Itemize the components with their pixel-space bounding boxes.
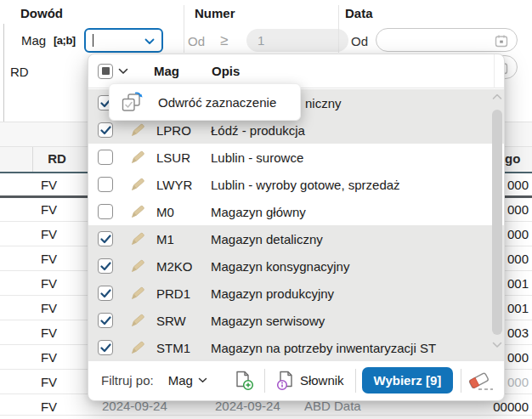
warehouse-description: Magazyn główny: [211, 205, 306, 219]
pencil-icon: [130, 340, 145, 355]
warehouse-list: nicznyLPROŁódź - produkcjaLSURLublin - s…: [88, 89, 504, 361]
section-divider: [184, 5, 184, 53]
scroll-up-icon[interactable]: [492, 93, 502, 100]
pencil-icon: [130, 177, 145, 192]
warehouse-description: Magazyn produkcyjny: [211, 286, 334, 301]
section-title-dowod: Dowód: [20, 6, 63, 20]
pencil-icon: [130, 150, 145, 165]
mag-combobox[interactable]: [84, 28, 163, 53]
list-item[interactable]: STM1Magazyn na potrzeby inwentaryzacji S…: [88, 334, 504, 361]
section-divider: [338, 5, 339, 53]
dictionary-button[interactable]: Słownik: [300, 373, 344, 388]
warehouse-code: LPRO: [156, 123, 201, 138]
list-item[interactable]: SRWMagazyn serwisowy: [88, 307, 504, 334]
select-button[interactable]: Wybierz [9]: [362, 367, 454, 394]
list-item[interactable]: M2KOMagazyn konsygnacyjny: [88, 252, 504, 280]
filter-by-chevron-icon[interactable]: [198, 377, 207, 383]
numer-od-input[interactable]: 1: [246, 29, 348, 52]
list-item[interactable]: LSURLublin - surowce: [88, 144, 504, 171]
warehouse-description: Lublin - surowce: [211, 150, 303, 165]
row-checkbox[interactable]: [98, 313, 113, 328]
select-all-checkbox[interactable]: [98, 64, 113, 79]
warehouse-description: Lublin - wyroby gotowe, sprzedaż: [211, 178, 400, 192]
invert-selection-label[interactable]: Odwróć zaznaczenie: [158, 95, 276, 110]
mag-filter-label: Mag: [21, 33, 46, 48]
row-checkbox[interactable]: [98, 258, 113, 274]
warehouse-description: niczny: [305, 96, 342, 110]
warehouse-code: M2KO: [156, 259, 201, 274]
warehouse-description: Magazyn konsygnacyjny: [211, 259, 349, 274]
warehouse-code: LWYR: [156, 178, 201, 192]
text-pattern-filter-icon[interactable]: [a;b]: [54, 34, 76, 47]
row-checkbox[interactable]: [98, 340, 113, 355]
scroll-down-icon[interactable]: [492, 342, 502, 348]
list-item[interactable]: LWYRLublin - wyroby gotowe, sprzedaż: [88, 171, 504, 198]
list-item[interactable]: M1Magazyn detaliczny: [88, 225, 504, 252]
eraser-icon[interactable]: [467, 370, 495, 392]
pencil-icon: [130, 313, 145, 328]
data-od-input[interactable]: [376, 28, 518, 52]
calendar-icon[interactable]: [494, 33, 509, 48]
pencil-icon: [130, 286, 145, 301]
section-title-numer: Numer: [195, 6, 235, 20]
filter-by-value[interactable]: Mag: [168, 373, 193, 388]
warehouse-description: Łódź - produkcja: [211, 123, 305, 138]
pencil-icon: [130, 122, 145, 138]
pencil-icon: [130, 258, 145, 274]
gte-operator-icon[interactable]: ≥: [220, 32, 228, 49]
row-checkbox[interactable]: [98, 286, 113, 301]
popup-col-opis[interactable]: Opis: [212, 64, 240, 78]
pencil-icon: [130, 204, 145, 219]
warehouse-description: Magazyn serwisowy: [211, 314, 325, 328]
list-item[interactable]: PRD1Magazyn produkcyjny: [88, 280, 504, 307]
rd-filter-label: RD: [10, 65, 29, 79]
scrollbar-thumb[interactable]: [492, 110, 502, 335]
pencil-icon: [130, 231, 145, 246]
warehouse-description: Magazyn na potrzeby inwentaryzacji ST: [211, 341, 436, 355]
row-checkbox[interactable]: [98, 231, 113, 246]
warehouse-code: SRW: [156, 314, 201, 328]
invert-selection-icon: [121, 92, 143, 112]
chevron-down-icon[interactable]: [144, 38, 155, 45]
select-all-chevron-icon[interactable]: [118, 68, 128, 75]
context-menu: Odwróć zaznaczenie: [109, 83, 301, 121]
data-od-label: Od: [351, 34, 368, 48]
warehouse-code: LSUR: [156, 150, 201, 165]
warehouse-code: PRD1: [156, 286, 201, 301]
section-title-data: Data: [345, 6, 373, 20]
add-document-icon[interactable]: [235, 371, 254, 391]
row-checkbox[interactable]: [98, 150, 113, 165]
warehouse-code: M0: [156, 205, 201, 219]
warehouse-code: STM1: [156, 341, 201, 355]
dictionary-document-icon[interactable]: [276, 371, 296, 391]
filter-by-label: Filtruj po:: [101, 373, 154, 388]
text-caret: [93, 34, 93, 47]
warehouse-code: M1: [156, 232, 201, 246]
row-checkbox[interactable]: [98, 122, 113, 138]
numer-od-label: Od: [188, 34, 205, 48]
warehouse-description: Magazyn detaliczny: [211, 232, 323, 246]
popup-footer: Filtruj po: Mag Słownik Wybierz [9]: [88, 360, 504, 400]
list-item[interactable]: M0Magazyn główny: [88, 198, 504, 225]
row-checkbox[interactable]: [98, 204, 113, 219]
row-checkbox[interactable]: [98, 177, 113, 192]
popup-col-mag[interactable]: Mag: [154, 64, 179, 78]
